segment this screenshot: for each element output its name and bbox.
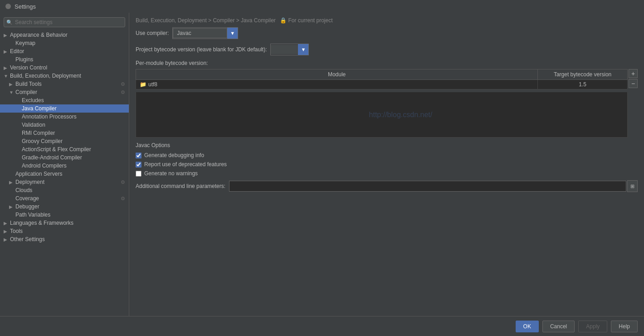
- arrow-icon: ▶: [4, 237, 10, 242]
- sidebar-item-label: Other Settings: [10, 236, 45, 242]
- sidebar-item-label: ActionScript & Flex Compiler: [22, 146, 91, 153]
- sidebar-item-label: Languages & Frameworks: [10, 220, 73, 226]
- project-bytecode-input[interactable]: [271, 45, 298, 54]
- sidebar-item-label: Gradle-Android Compiler: [22, 154, 82, 161]
- help-button[interactable]: Help: [611, 321, 638, 332]
- sidebar-item-build-tools[interactable]: ▶Build Tools⚙: [0, 80, 129, 88]
- title-bar: Settings: [0, 0, 644, 13]
- watermark: http://blog.csdn.net/: [369, 111, 433, 119]
- arrow-icon: ▼: [9, 90, 15, 95]
- table-remove-btn[interactable]: −: [629, 79, 638, 88]
- sidebar-item-deployment[interactable]: ▶Deployment⚙: [0, 178, 129, 186]
- checkbox-report-deprecated[interactable]: [136, 162, 141, 168]
- sidebar-item-label: Application Servers: [15, 171, 62, 177]
- arrow-icon: ▶: [9, 204, 15, 209]
- arrow-icon: ▶: [4, 229, 10, 234]
- sidebar-item-label: Path Variables: [15, 212, 50, 218]
- cmd-input[interactable]: -encoding gbk: [229, 181, 626, 192]
- sidebar-item-gradle-android-compiler[interactable]: Gradle-Android Compiler: [0, 153, 129, 162]
- use-compiler-select[interactable]: Javac Eclipse Ajc: [173, 28, 227, 38]
- sidebar-item-application-servers[interactable]: Application Servers: [0, 170, 129, 178]
- sidebar-item-label: Tools: [10, 228, 23, 234]
- sidebar-item-annotation-processors[interactable]: Annotation Processors: [0, 113, 129, 121]
- sidebar-item-label: Groovy Compiler: [22, 138, 63, 144]
- module-table: Module Target bytecode version 📁utf81.5: [136, 69, 628, 89]
- window-title: Settings: [15, 3, 36, 10]
- sidebar-item-label: Editor: [10, 48, 24, 54]
- cmd-expand-btn[interactable]: ⊞: [627, 180, 638, 192]
- target-cell: 1.5: [538, 80, 628, 89]
- cmd-label: Additional command line parameters:: [136, 183, 225, 189]
- project-bytecode-label: Project bytecode version (leave blank fo…: [136, 46, 267, 53]
- arrow-icon: ▶: [4, 221, 10, 226]
- sidebar-item-actionscript-flex-compiler[interactable]: ActionScript & Flex Compiler: [0, 145, 129, 153]
- col-module: Module: [136, 69, 538, 80]
- window-dot: [5, 4, 11, 9]
- col-target: Target bytecode version: [538, 69, 628, 80]
- project-bytecode-dropdown-btn[interactable]: ▼: [298, 44, 308, 55]
- breadcrumb-hint: 🔒 For current project: [280, 17, 332, 24]
- checkbox-row-generate-debugging: Generate debugging info: [136, 152, 638, 158]
- sidebar-item-path-variables[interactable]: Path Variables: [0, 211, 129, 219]
- content-body: Use compiler: Javac Eclipse Ajc ▼ Projec…: [129, 27, 644, 316]
- project-bytecode-combo[interactable]: ▼: [270, 44, 309, 55]
- gear-icon: ⚙: [121, 89, 125, 95]
- gear-icon: ⚙: [121, 179, 125, 185]
- sidebar-item-label: Build Tools: [15, 81, 42, 87]
- project-bytecode-row: Project bytecode version (leave blank fo…: [136, 44, 638, 55]
- table-buttons: + −: [629, 69, 638, 138]
- sidebar-item-groovy-compiler[interactable]: Groovy Compiler: [0, 137, 129, 145]
- cmd-row: Additional command line parameters: -enc…: [136, 180, 638, 192]
- search-input[interactable]: [4, 17, 125, 27]
- sidebar-item-other-settings[interactable]: ▶Other Settings: [0, 235, 129, 243]
- sidebar-item-tools[interactable]: ▶Tools: [0, 227, 129, 235]
- sidebar-item-editor[interactable]: ▶Editor: [0, 47, 129, 55]
- table-add-btn[interactable]: +: [629, 69, 638, 78]
- arrow-icon: ▼: [4, 74, 10, 79]
- sidebar-item-compiler[interactable]: ▼Compiler⚙: [0, 88, 129, 96]
- sidebar-item-label: Build, Execution, Deployment: [10, 73, 81, 79]
- table-empty-area: http://blog.csdn.net/: [136, 92, 628, 138]
- sidebar-item-version-control[interactable]: ▶Version Control: [0, 64, 129, 72]
- settings-dialog: 🔍 ▶Appearance & BehaviorKeymap▶EditorPlu…: [0, 13, 644, 336]
- sidebar-item-excludes[interactable]: Excludes: [0, 96, 129, 104]
- use-compiler-row: Use compiler: Javac Eclipse Ajc ▼: [136, 27, 638, 39]
- use-compiler-combo[interactable]: Javac Eclipse Ajc ▼: [172, 27, 238, 39]
- options-list: Generate debugging infoReport use of dep…: [136, 152, 638, 177]
- content-panel: Build, Execution, Deployment > Compiler …: [129, 13, 644, 316]
- arrow-icon: ▶: [4, 33, 10, 38]
- sidebar-item-label: Plugins: [15, 56, 33, 63]
- sidebar-item-clouds[interactable]: Clouds: [0, 186, 129, 194]
- module-table-body: 📁utf81.5: [136, 80, 628, 89]
- sidebar-item-rmi-compiler[interactable]: RMI Compiler: [0, 129, 129, 137]
- sidebar-item-plugins[interactable]: Plugins: [0, 55, 129, 64]
- sidebar-item-debugger[interactable]: ▶Debugger: [0, 203, 129, 211]
- sidebar-item-validation[interactable]: Validation: [0, 121, 129, 129]
- sidebar-item-label: Android Compilers: [22, 163, 67, 169]
- per-module-label: Per-module bytecode version:: [136, 60, 638, 66]
- checkbox-generate-debugging[interactable]: [136, 153, 141, 158]
- cancel-button[interactable]: Cancel: [542, 321, 575, 332]
- arrow-icon: ▶: [9, 180, 15, 185]
- ok-button[interactable]: OK: [516, 321, 539, 332]
- checkbox-generate-no-warnings[interactable]: [136, 171, 141, 177]
- gear-icon: ⚙: [121, 196, 125, 202]
- sidebar-item-languages-frameworks[interactable]: ▶Languages & Frameworks: [0, 219, 129, 227]
- sidebar-item-label: Coverage: [15, 195, 39, 202]
- sidebar-item-appearance-behavior[interactable]: ▶Appearance & Behavior: [0, 31, 129, 39]
- javac-options-title: Javac Options: [136, 142, 638, 148]
- checkbox-label-generate-debugging: Generate debugging info: [144, 152, 204, 158]
- sidebar-item-java-compiler[interactable]: Java Compiler: [0, 104, 129, 113]
- search-box[interactable]: 🔍: [4, 17, 125, 27]
- gear-icon: ⚙: [121, 81, 125, 87]
- table-row[interactable]: 📁utf81.5: [136, 80, 628, 89]
- javac-options-section: Javac Options Generate debugging infoRep…: [136, 142, 638, 192]
- use-compiler-dropdown-btn[interactable]: ▼: [227, 28, 238, 39]
- sidebar-item-label: Clouds: [15, 187, 32, 193]
- sidebar-item-build-execution-deployment[interactable]: ▼Build, Execution, Deployment: [0, 72, 129, 80]
- apply-button[interactable]: Apply: [578, 321, 607, 332]
- sidebar-item-keymap[interactable]: Keymap: [0, 39, 129, 47]
- sidebar-item-label: Debugger: [15, 203, 39, 210]
- sidebar-item-android-compilers[interactable]: Android Compilers: [0, 162, 129, 170]
- sidebar-item-coverage[interactable]: Coverage⚙: [0, 194, 129, 203]
